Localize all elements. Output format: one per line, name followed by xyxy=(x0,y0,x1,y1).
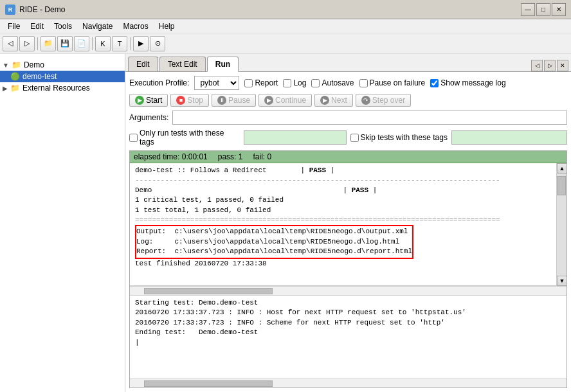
pause-failure-label: Pause on failure xyxy=(370,78,426,87)
log-checkbox-label[interactable]: Log xyxy=(283,78,306,87)
tree-external-icon: ▶ xyxy=(3,85,8,92)
skip-checkbox-label[interactable]: Skip tests with these tags xyxy=(350,133,448,142)
continue-button[interactable]: ▶ Continue xyxy=(258,94,312,107)
step-over-icon: ↷ xyxy=(361,96,370,105)
tab-next-btn[interactable]: ▷ xyxy=(544,60,556,71)
toolbar-back[interactable]: ◁ xyxy=(3,36,18,51)
menu-file[interactable]: File xyxy=(3,21,25,32)
upper-console-wrapper: demo-test :: Follows a Redirect | PASS |… xyxy=(130,163,566,286)
continue-label: Continue xyxy=(275,96,306,105)
only-run-tags-input[interactable] xyxy=(244,130,347,145)
pause-failure-checkbox-label[interactable]: Pause on failure xyxy=(359,78,426,87)
output-path-log: Log: c:\users\joo\appdata\local\temp\RID… xyxy=(136,237,412,247)
skip-tags-group: Skip tests with these tags xyxy=(350,130,568,145)
toolbar-stop[interactable]: ⊙ xyxy=(150,36,165,51)
pass-badge2: PASS xyxy=(352,186,368,194)
maximize-button[interactable]: □ xyxy=(536,3,550,16)
toolbar-forward[interactable]: ▷ xyxy=(19,36,35,51)
tab-edit[interactable]: Edit xyxy=(128,57,158,71)
toolbar-t[interactable]: T xyxy=(112,36,127,51)
toolbar-open[interactable]: 📁 xyxy=(41,36,56,51)
tab-controls: ◁ ▷ ✕ xyxy=(531,60,568,71)
fail-count: fail: 0 xyxy=(253,152,271,161)
stop-button[interactable]: ■ Stop xyxy=(170,94,209,107)
menu-tools[interactable]: Tools xyxy=(49,21,77,32)
folder-icon: 📁 xyxy=(12,60,21,69)
exec-profile-select[interactable]: pybot xyxy=(194,76,239,90)
pause-icon: ⏸ xyxy=(217,96,226,105)
menu-help[interactable]: Help xyxy=(154,21,180,32)
red-bordered-section: Output: c:\users\joo\appdata\local\temp\… xyxy=(135,225,413,258)
next-icon: ▶ xyxy=(320,96,329,105)
pass-count: pass: 1 xyxy=(218,152,243,161)
start-button[interactable]: ▶ Start xyxy=(129,94,168,107)
toolbar-sep3 xyxy=(130,37,131,50)
toolbar-new[interactable]: 📄 xyxy=(74,36,89,51)
log-checkbox[interactable] xyxy=(283,79,291,87)
toolbar-play[interactable]: ▶ xyxy=(133,36,149,51)
lower-h-scroll[interactable] xyxy=(130,379,566,388)
report-checkbox[interactable] xyxy=(244,79,253,87)
menu-macros[interactable]: Macros xyxy=(118,21,153,32)
window-title: RIDE - Demo xyxy=(19,5,65,14)
run-content: Execution Profile: pybot Report Log Auto… xyxy=(125,72,571,392)
minimize-button[interactable]: — xyxy=(521,3,535,16)
output-path-report: Report: c:\users\joo\appdata\local\temp\… xyxy=(136,247,412,256)
tab-text-edit[interactable]: Text Edit xyxy=(159,57,206,71)
only-run-checkbox[interactable] xyxy=(129,134,138,142)
window-controls: — □ ✕ xyxy=(521,3,566,16)
lower-h-thumb[interactable] xyxy=(144,380,273,387)
pass-badge1: PASS xyxy=(309,166,326,174)
output-line4: 1 test total, 1 passed, 0 failed xyxy=(135,206,551,215)
menu-edit[interactable]: Edit xyxy=(25,21,49,32)
collapse-icon: ▼ xyxy=(3,62,9,69)
lower-console: Starting test: Demo.demo-test 20160720 1… xyxy=(130,296,566,373)
start-label: Start xyxy=(146,96,162,105)
skip-tags-input[interactable] xyxy=(451,130,567,145)
upper-h-thumb[interactable] xyxy=(144,288,273,294)
tree-child-demo-test[interactable]: 🟢 demo-test xyxy=(0,71,125,82)
pause-failure-checkbox[interactable] xyxy=(359,79,368,87)
upper-scroll[interactable]: ▲ ▼ xyxy=(556,163,566,286)
tree-child-label: demo-test xyxy=(23,72,57,81)
pause-button[interactable]: ⏸ Pause xyxy=(212,94,256,107)
console-line2: 20160720 17:33:37.723 : INFO : Host for … xyxy=(135,308,561,317)
menu-navigate[interactable]: Navigate xyxy=(77,21,118,32)
show-message-log-checkbox[interactable] xyxy=(430,79,439,87)
autosave-checkbox[interactable] xyxy=(311,79,320,87)
skip-checkbox[interactable] xyxy=(350,134,359,142)
next-button[interactable]: ▶ Next xyxy=(314,94,353,107)
scroll-thumb[interactable] xyxy=(557,176,566,195)
main-layout: ▼ 📁 Demo 🟢 demo-test ▶ 📁 External Resour… xyxy=(0,54,571,392)
console-cursor: | xyxy=(135,338,561,348)
scroll-up-arrow[interactable]: ▲ xyxy=(557,163,566,174)
elapsed-bar: elapsed time: 0:00:01 pass: 1 fail: 0 xyxy=(130,151,566,163)
tab-run[interactable]: Run xyxy=(207,57,239,72)
tree-root[interactable]: ▼ 📁 Demo xyxy=(0,59,125,71)
toolbar-sep2 xyxy=(92,37,93,50)
console-line1: Starting test: Demo.demo-test xyxy=(135,298,561,308)
show-message-log-checkbox-label[interactable]: Show message log xyxy=(430,78,505,87)
exec-profile-label: Execution Profile: xyxy=(129,78,189,87)
file-icon: 🟢 xyxy=(10,72,20,81)
autosave-checkbox-label[interactable]: Autosave xyxy=(311,78,354,87)
right-panel: Edit Text Edit Run ◁ ▷ ✕ Execution Profi… xyxy=(125,54,571,392)
toolbar-save[interactable]: 💾 xyxy=(57,36,73,51)
report-checkbox-label[interactable]: Report xyxy=(244,78,278,87)
arguments-row: Arguments: xyxy=(129,111,567,125)
tab-prev-btn[interactable]: ◁ xyxy=(531,60,543,71)
tree-external[interactable]: ▶ 📁 External Resources xyxy=(0,82,125,94)
output-line3: 1 critical test, 1 passed, 0 failed xyxy=(135,195,551,205)
toolbar-k[interactable]: K xyxy=(95,36,111,51)
arguments-input[interactable] xyxy=(172,111,567,125)
scroll-down-arrow[interactable]: ▼ xyxy=(557,276,566,286)
skip-label: Skip tests with these tags xyxy=(361,133,448,142)
close-button[interactable]: ✕ xyxy=(552,3,566,16)
only-run-checkbox-label[interactable]: Only run tests with these tags xyxy=(129,129,240,147)
upper-h-scroll[interactable] xyxy=(130,286,566,295)
step-over-button[interactable]: ↷ Step over xyxy=(356,94,411,107)
external-folder-icon: 📁 xyxy=(10,84,20,93)
tab-close-btn[interactable]: ✕ xyxy=(557,60,568,71)
toolbar-sep1 xyxy=(37,37,38,50)
title-bar: R RIDE - Demo — □ ✕ xyxy=(0,0,571,19)
